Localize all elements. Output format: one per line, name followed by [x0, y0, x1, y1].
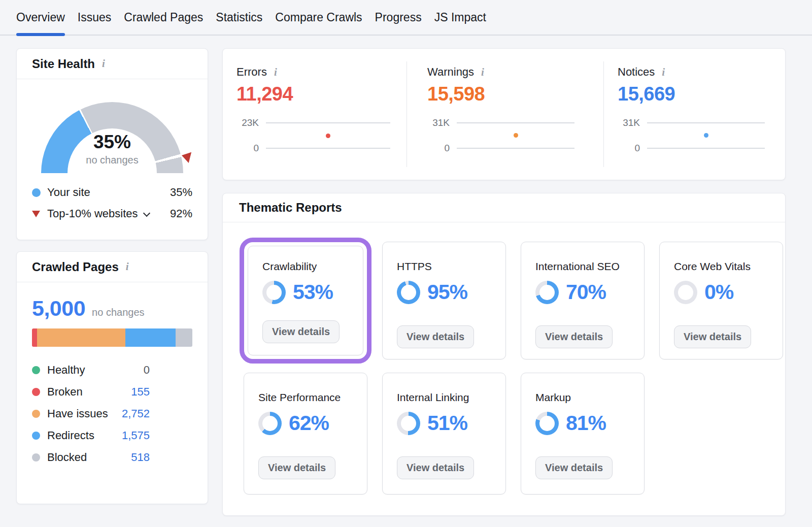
tab-js-impact[interactable]: JS Impact — [434, 0, 486, 35]
blocked-count-link[interactable]: 518 — [131, 451, 150, 464]
info-icon[interactable]: i — [480, 66, 485, 79]
international-seo-percent: 70% — [566, 280, 606, 304]
legend-row-have-issues: Have issues 2,752 — [32, 403, 150, 424]
legend-row-top10: Top-10% websites 92% — [32, 203, 192, 224]
errors-column: Errors i 11,294 23K 0 — [223, 61, 407, 167]
healthy-count: 0 — [144, 364, 150, 377]
axis-max-label: 23K — [236, 117, 259, 128]
legend-row-your-site: Your site 35% — [32, 182, 192, 203]
audit-tab-bar: Overview Issues Crawled Pages Statistics… — [0, 0, 812, 36]
info-icon[interactable]: i — [125, 260, 130, 273]
axis-max-label: 31K — [618, 117, 640, 128]
healthy-label: Healthy — [47, 364, 85, 377]
thematic-card-markup: Markup 81% View details — [521, 373, 645, 495]
thematic-reports-title: Thematic Reports — [239, 201, 342, 215]
markup-percent: 81% — [566, 411, 606, 435]
markup-view-details-button[interactable]: View details — [535, 456, 613, 479]
info-icon[interactable]: i — [101, 57, 106, 70]
top10-triangle-icon — [32, 211, 40, 217]
thematic-card-site-performance: Site Performance 62% View details — [244, 373, 367, 495]
your-site-dot-icon — [32, 188, 41, 197]
broken-count-link[interactable]: 155 — [131, 385, 150, 399]
bar-segment-have-issues — [37, 328, 125, 347]
tab-overview-label: Overview — [16, 11, 65, 24]
tab-compare-crawls[interactable]: Compare Crawls — [275, 0, 362, 35]
site-performance-label: Site Performance — [258, 391, 353, 404]
site-performance-donut-icon — [258, 412, 282, 435]
site-health-legend: Your site 35% Top-10% websites 92% — [32, 182, 192, 224]
data-point-dot — [704, 133, 708, 138]
https-percent: 95% — [427, 280, 467, 304]
tab-overview[interactable]: Overview — [16, 0, 65, 35]
chevron-down-icon[interactable] — [143, 210, 150, 217]
crawled-pages-card: Crawled Pages i 5,000 no changes Healthy… — [16, 251, 208, 504]
have-issues-label: Have issues — [47, 407, 108, 420]
have-issues-count-link[interactable]: 2,752 — [122, 407, 150, 420]
warnings-label: Warnings — [427, 65, 474, 79]
bar-segment-broken — [32, 328, 37, 347]
axis-min-label: 0 — [427, 143, 450, 154]
site-health-title: Site Health — [32, 57, 95, 71]
core-web-vitals-view-details-button[interactable]: View details — [674, 325, 751, 348]
errors-count[interactable]: 11,294 — [236, 83, 407, 105]
info-icon[interactable]: i — [273, 66, 278, 79]
active-tab-underline — [16, 33, 65, 36]
axis-max-label: 31K — [427, 117, 450, 128]
internal-linking-view-details-button[interactable]: View details — [397, 456, 474, 479]
tab-statistics[interactable]: Statistics — [216, 0, 262, 35]
legend-row-redirects: Redirects 1,575 — [32, 424, 150, 446]
site-health-gauge: 35% no changes — [33, 102, 191, 173]
legend-row-broken: Broken 155 — [32, 381, 150, 403]
internal-linking-percent: 51% — [427, 411, 467, 435]
notices-count[interactable]: 15,669 — [618, 83, 785, 105]
crawlability-percent: 53% — [293, 280, 333, 304]
tab-progress[interactable]: Progress — [375, 0, 422, 35]
site-health-card: Site Health i 35% no changes Your site 3… — [16, 48, 208, 240]
top10-value: 92% — [170, 207, 192, 220]
data-point-dot — [514, 133, 518, 138]
axis-min-label: 0 — [236, 143, 259, 154]
have-issues-dot-icon — [32, 410, 40, 418]
core-web-vitals-percent: 0% — [704, 280, 733, 304]
crawled-pages-legend: Healthy 0 Broken 155 Have issues 2,752 R… — [32, 359, 150, 468]
site-health-score: 35% — [33, 131, 191, 153]
thematic-card-internal-linking: Internal Linking 51% View details — [382, 373, 506, 495]
core-web-vitals-donut-icon — [674, 281, 697, 304]
redirects-count-link[interactable]: 1,575 — [122, 429, 150, 442]
info-icon[interactable]: i — [661, 66, 666, 79]
issues-summary-panel: Errors i 11,294 23K 0 Warnings i 15,598 … — [222, 48, 786, 180]
international-seo-donut-icon — [535, 281, 559, 304]
tab-issues[interactable]: Issues — [78, 0, 111, 35]
redirects-dot-icon — [32, 432, 40, 440]
broken-dot-icon — [32, 388, 40, 396]
crawlability-view-details-button[interactable]: View details — [262, 320, 340, 343]
crawled-pages-change-note: no changes — [92, 307, 144, 318]
https-view-details-button[interactable]: View details — [397, 325, 474, 348]
thematic-card-core-web-vitals: Core Web Vitals 0% View details — [659, 242, 783, 359]
site-performance-percent: 62% — [289, 411, 329, 435]
crawled-pages-total: 5,000 — [32, 296, 85, 321]
tab-crawled-pages[interactable]: Crawled Pages — [124, 0, 203, 35]
international-seo-label: International SEO — [535, 260, 630, 273]
axis-min-label: 0 — [618, 143, 640, 154]
site-performance-view-details-button[interactable]: View details — [258, 456, 335, 479]
https-donut-icon — [397, 281, 420, 304]
blocked-dot-icon — [32, 453, 40, 462]
crawled-pages-title: Crawled Pages — [32, 260, 119, 274]
thematic-card-international-seo: International SEO 70% View details — [521, 242, 645, 359]
warnings-count[interactable]: 15,598 — [427, 83, 603, 105]
notices-label: Notices — [618, 65, 655, 79]
your-site-label: Your site — [47, 186, 90, 199]
thematic-reports-panel: Thematic Reports Crawlability 53% View d… — [222, 193, 786, 516]
your-site-value: 35% — [170, 186, 192, 199]
warnings-column: Warnings i 15,598 31K 0 — [407, 61, 603, 167]
internal-linking-donut-icon — [397, 412, 420, 435]
international-seo-view-details-button[interactable]: View details — [535, 325, 613, 348]
bar-segment-blocked — [176, 328, 192, 347]
errors-label: Errors — [236, 65, 267, 79]
markup-label: Markup — [535, 391, 630, 404]
notices-column: Notices i 15,669 31K 0 — [603, 61, 785, 167]
legend-row-healthy: Healthy 0 — [32, 359, 150, 381]
notices-trend-chart: 31K 0 — [618, 120, 765, 152]
markup-donut-icon — [535, 412, 559, 435]
